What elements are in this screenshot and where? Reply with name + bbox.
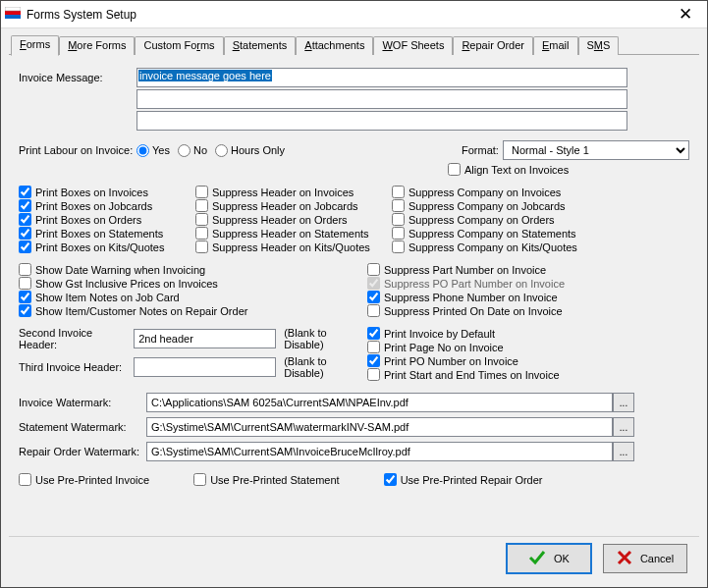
- window-title: Forms System Setup: [27, 8, 668, 22]
- cb-use-preprinted-statement[interactable]: Use Pre-Printed Statement: [193, 473, 339, 486]
- tab-email[interactable]: Email: [533, 36, 578, 55]
- cb-print-boxes-jobcards[interactable]: Print Boxes on Jobcards: [19, 199, 195, 212]
- cb-print-invoice-default[interactable]: Print Invoice by Default: [367, 327, 689, 340]
- tab-strip: Forms More Forms Custom Forms Statements…: [9, 35, 699, 55]
- cb-suppress-company-jobcards[interactable]: Suppress Company on Jobcards: [392, 199, 618, 212]
- cb-suppress-po-part-no: Suppress PO Part Number on Invoice: [367, 277, 689, 290]
- app-icon: [5, 7, 21, 23]
- cb-print-start-end-times[interactable]: Print Start and End Times on Invoice: [367, 368, 689, 381]
- ok-button[interactable]: OK: [507, 544, 591, 573]
- tab-wof-sheets[interactable]: WOF Sheets: [373, 36, 453, 55]
- tab-repair-order[interactable]: Repair Order: [453, 36, 533, 55]
- cb-suppress-company-invoices[interactable]: Suppress Company on Invoices: [392, 186, 618, 198]
- cb-suppress-header-orders[interactable]: Suppress Header on Orders: [195, 213, 392, 226]
- button-bar: OK Cancel: [9, 536, 699, 579]
- statement-watermark-input[interactable]: [146, 417, 613, 437]
- invoice-message-label: Invoice Message:: [19, 72, 136, 83]
- cb-print-boxes-statements[interactable]: Print Boxes on Statements: [19, 227, 195, 240]
- svg-rect-1: [5, 15, 21, 19]
- cb-suppress-header-kits[interactable]: Suppress Header on Kits/Quotes: [195, 241, 392, 253]
- close-button[interactable]: ✕: [668, 1, 703, 27]
- cb-suppress-company-kits[interactable]: Suppress Company on Kits/Quotes: [392, 241, 618, 253]
- cb-show-gst[interactable]: Show Gst Inclusive Prices on Invoices: [19, 277, 367, 290]
- cb-suppress-header-statements[interactable]: Suppress Header on Statements: [195, 227, 392, 240]
- tab-sms[interactable]: SMS: [578, 36, 620, 55]
- cb-suppress-company-statements[interactable]: Suppress Company on Statements: [392, 227, 618, 240]
- check-icon: [528, 549, 546, 568]
- cb-print-po-no[interactable]: Print PO Number on Invoice: [367, 354, 689, 367]
- third-header-label: Third Invoice Header:: [19, 361, 134, 373]
- tab-attachments[interactable]: Attachments: [296, 36, 373, 55]
- cb-suppress-header-jobcards[interactable]: Suppress Header on Jobcards: [195, 199, 392, 212]
- title-bar: Forms System Setup ✕: [1, 1, 707, 28]
- cancel-button[interactable]: Cancel: [603, 544, 687, 573]
- cb-print-page-no[interactable]: Print Page No on Invoice: [367, 341, 689, 353]
- invoice-watermark-browse[interactable]: ...: [613, 393, 634, 412]
- invoice-watermark-input[interactable]: [146, 393, 613, 412]
- tab-custom-forms[interactable]: Custom Forms: [135, 36, 223, 55]
- radio-no[interactable]: No: [178, 144, 207, 157]
- statement-watermark-label: Statement Watermark:: [19, 421, 146, 433]
- cb-show-cust-notes-ro[interactable]: Show Item/Customer Notes on Repair Order: [19, 304, 367, 317]
- repair-watermark-label: Repair Order Watermark:: [19, 446, 146, 457]
- invoice-message-line1-text: invoice message goes here: [138, 70, 272, 81]
- cb-suppress-phone[interactable]: Suppress Phone Number on Invoice: [367, 291, 689, 303]
- statement-watermark-browse[interactable]: ...: [613, 417, 634, 437]
- cb-print-boxes-invoices[interactable]: Print Boxes on Invoices: [19, 186, 195, 198]
- radio-yes[interactable]: Yes: [136, 144, 170, 157]
- cb-suppress-company-orders[interactable]: Suppress Company on Orders: [392, 213, 618, 226]
- cb-print-boxes-kits[interactable]: Print Boxes on Kits/Quotes: [19, 241, 195, 253]
- second-header-hint: (Blank to Disable): [284, 327, 367, 350]
- cb-align-text[interactable]: Align Text on Invoices: [448, 163, 569, 176]
- cb-suppress-part-no[interactable]: Suppress Part Number on Invoice: [367, 263, 689, 276]
- svg-rect-0: [5, 11, 21, 15]
- second-header-input[interactable]: [134, 329, 276, 348]
- repair-watermark-browse[interactable]: ...: [613, 442, 634, 461]
- cb-use-preprinted-invoice[interactable]: Use Pre-Printed Invoice: [19, 473, 149, 486]
- cb-use-preprinted-repair[interactable]: Use Pre-Printed Repair Order: [384, 473, 543, 486]
- tab-more-forms[interactable]: More Forms: [59, 36, 135, 55]
- second-header-label: Second Invoice Header:: [19, 327, 134, 350]
- cb-suppress-header-invoices[interactable]: Suppress Header on Invoices: [195, 186, 392, 198]
- close-icon: [617, 550, 632, 567]
- format-select[interactable]: Normal - Style 1: [503, 140, 689, 160]
- radio-hours-only[interactable]: Hours Only: [215, 144, 285, 157]
- format-label: Format:: [462, 144, 503, 156]
- tab-forms[interactable]: Forms: [11, 35, 59, 56]
- third-header-input[interactable]: [134, 357, 276, 377]
- tab-statements[interactable]: Statements: [224, 36, 297, 55]
- invoice-message-line2[interactable]: [136, 89, 627, 109]
- print-labour-label: Print Labour on Invoice:: [19, 144, 136, 156]
- repair-watermark-input[interactable]: [146, 442, 613, 461]
- invoice-watermark-label: Invoice Watermark:: [19, 397, 146, 408]
- cb-suppress-printed-on[interactable]: Suppress Printed On Date on Invoice: [367, 304, 689, 317]
- cb-show-date-warning[interactable]: Show Date Warning when Invoicing: [19, 263, 367, 276]
- third-header-hint: (Blank to Disable): [284, 355, 367, 379]
- svg-rect-2: [5, 7, 21, 11]
- cb-show-item-notes[interactable]: Show Item Notes on Job Card: [19, 291, 367, 303]
- cb-print-boxes-orders[interactable]: Print Boxes on Orders: [19, 213, 195, 226]
- invoice-message-line3[interactable]: [136, 111, 627, 131]
